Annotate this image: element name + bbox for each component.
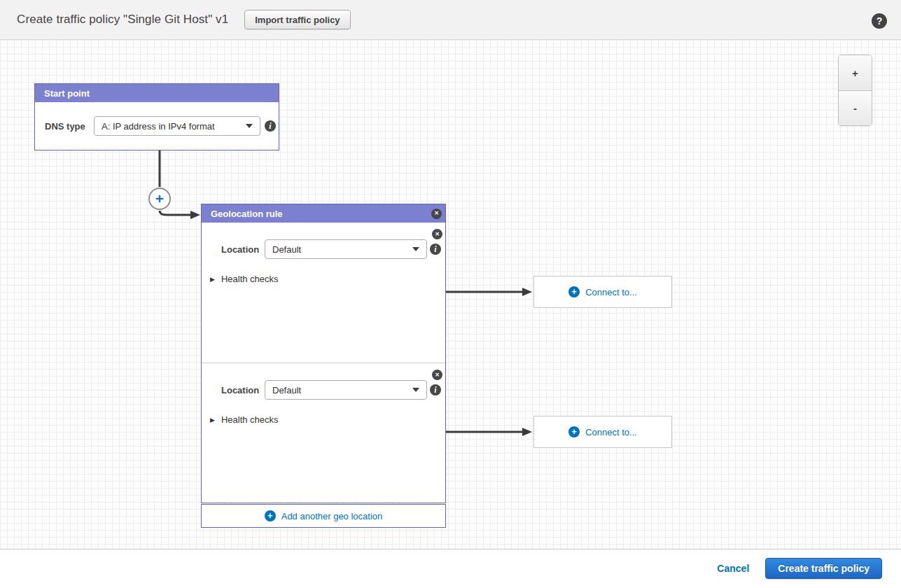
geolocation-rule-title: Geolocation rule [211,209,431,219]
import-traffic-policy-button[interactable]: Import traffic policy [244,10,350,29]
start-point-title: Start point [44,88,279,99]
connect-to-button[interactable]: + Connect to... [533,416,672,448]
location-label: Location [221,244,265,255]
location-row: Location Default i [202,223,445,259]
triangle-right-icon: ▶ [210,416,215,424]
plus-icon: + [568,286,580,298]
location-select[interactable]: Default [265,380,427,400]
zoom-controls: + - [838,55,872,126]
geolocation-rule-header: Geolocation rule ✕ [202,204,445,223]
add-geo-location-label: Add another geo location [281,511,383,522]
dns-type-select[interactable]: A: IP address in IPv4 format [94,116,260,136]
page-title: Create traffic policy "Single Git Host" … [17,13,228,27]
geo-location-section: ✕ Location Default i ▶ Health checks [202,223,445,363]
connect-to-label: Connect to... [585,287,637,298]
start-point-body: DNS type A: IP address in IPv4 format i [35,102,279,150]
help-icon[interactable]: ? [872,13,887,29]
health-checks-label: Health checks [221,414,279,425]
location-row: Location Default i [202,363,445,400]
chevron-down-icon [412,388,419,392]
info-icon[interactable]: i [430,384,441,396]
triangle-right-icon: ▶ [210,276,215,283]
close-location-icon[interactable]: ✕ [432,370,442,380]
health-checks-toggle[interactable]: ▶ Health checks [210,414,445,425]
zoom-out-button[interactable]: - [839,90,872,125]
info-icon[interactable]: i [265,120,276,132]
policy-canvas: Start point DNS type A: IP address in IP… [0,40,901,550]
connect-to-label: Connect to... [585,427,637,438]
start-point-header: Start point [35,84,279,102]
chevron-down-icon [246,124,253,128]
close-rule-icon[interactable]: ✕ [431,209,442,219]
location-select[interactable]: Default [265,239,427,259]
plus-icon: + [265,510,276,522]
zoom-in-button[interactable]: + [839,55,872,90]
cancel-button[interactable]: Cancel [717,563,749,574]
start-point-box: Start point DNS type A: IP address in IP… [34,83,279,150]
dns-type-label: DNS type [45,121,94,132]
info-icon[interactable]: i [430,244,441,255]
location-selected-value: Default [272,244,407,255]
geo-location-section: ✕ Location Default i ▶ Health checks [202,363,445,503]
connect-to-button[interactable]: + Connect to... [533,276,672,308]
add-rule-connector[interactable]: + [148,188,171,210]
add-geo-location-button[interactable]: + Add another geo location [201,504,446,528]
location-selected-value: Default [272,385,407,396]
topbar: Create traffic policy "Single Git Host" … [0,0,901,40]
plus-icon: + [568,426,580,438]
health-checks-toggle[interactable]: ▶ Health checks [210,274,445,284]
health-checks-label: Health checks [221,274,279,284]
chevron-down-icon [412,247,419,251]
dns-type-selected-value: A: IP address in IPv4 format [102,121,240,132]
create-traffic-policy-button[interactable]: Create traffic policy [765,558,882,579]
location-label: Location [221,385,265,396]
footer-bar: Cancel Create traffic policy [0,550,901,587]
geolocation-rule-box: Geolocation rule ✕ ✕ Location Default i … [201,204,446,503]
close-location-icon[interactable]: ✕ [432,229,442,239]
